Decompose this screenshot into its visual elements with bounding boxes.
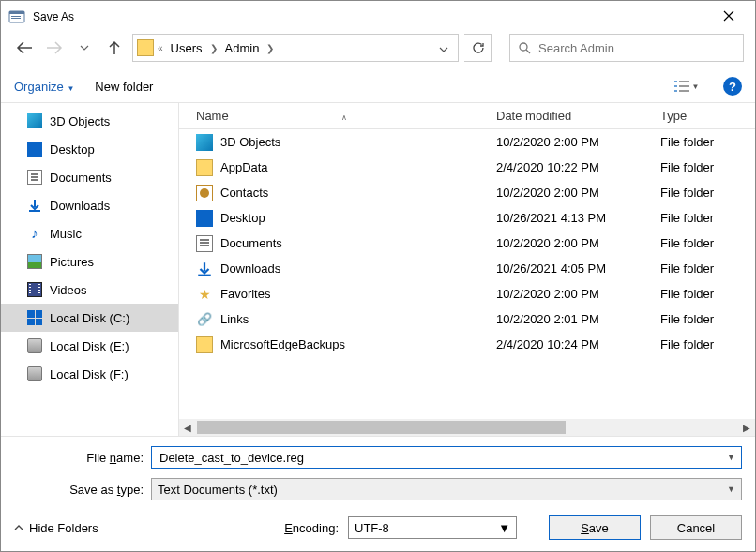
music-icon: ♪: [27, 226, 42, 241]
filename-field[interactable]: ▼: [151, 446, 742, 469]
refresh-button[interactable]: [464, 34, 492, 62]
chevron-down-icon[interactable]: ▼: [727, 485, 735, 494]
row-date: 2/4/2020 10:22 PM: [496, 160, 660, 174]
chevron-down-icon: [439, 47, 448, 52]
hide-folders-button[interactable]: Hide Folders: [14, 521, 98, 535]
row-date: 2/4/2020 10:24 PM: [496, 337, 660, 351]
scroll-thumb[interactable]: [197, 421, 566, 434]
svg-rect-2: [11, 16, 21, 17]
forward-button[interactable]: [42, 36, 67, 60]
row-name: Desktop: [220, 211, 496, 225]
chevron-up-icon: [14, 525, 23, 530]
rows[interactable]: 3D Objects10/2/2020 2:00 PMFile folderAp…: [179, 129, 755, 419]
breadcrumb[interactable]: Users: [167, 39, 206, 57]
list-row[interactable]: Desktop10/26/2021 4:13 PMFile folder: [179, 205, 755, 231]
encoding-label: Encoding:: [284, 521, 339, 535]
row-date: 10/26/2021 4:13 PM: [496, 211, 660, 225]
row-name: AppData: [220, 160, 496, 174]
chevron-down-icon: [80, 45, 89, 51]
list-row[interactable]: Downloads10/26/2021 4:05 PMFile folder: [179, 256, 755, 281]
tree-item[interactable]: Desktop: [1, 135, 178, 163]
view-options-button[interactable]: ▼: [671, 76, 703, 97]
body: 3D ObjectsDesktopDocumentsDownloads♪Musi…: [1, 102, 755, 437]
disk-icon: [27, 338, 42, 353]
cancel-button[interactable]: Cancel: [650, 515, 742, 540]
address-bar[interactable]: « Users ❯ Admin ❯: [132, 34, 459, 62]
tree-item-label: Pictures: [50, 255, 94, 269]
tree-item[interactable]: Documents: [1, 163, 178, 191]
svg-rect-6: [679, 81, 689, 82]
folder-icon: [196, 159, 213, 176]
savetype-field[interactable]: Text Documents (*.txt) ▼: [151, 478, 742, 500]
svg-rect-9: [674, 90, 677, 92]
row-date: 10/2/2020 2:00 PM: [496, 135, 660, 149]
chevron-down-icon[interactable]: ▼: [727, 453, 735, 462]
list-row[interactable]: 🔗Links10/2/2020 2:01 PMFile folder: [179, 306, 755, 332]
encoding-select[interactable]: UTF-8 ▼: [348, 516, 517, 539]
col-date[interactable]: Date modified: [496, 109, 660, 123]
list-row[interactable]: ★Favorites10/2/2020 2:00 PMFile folder: [179, 281, 755, 306]
search-icon: [518, 41, 531, 54]
titlebar: Save As: [1, 1, 755, 33]
chevron-down-icon[interactable]: ▼: [498, 521, 510, 535]
breadcrumb[interactable]: Admin: [221, 39, 264, 57]
svg-rect-11: [29, 210, 40, 212]
tree-item[interactable]: 3D Objects: [1, 107, 178, 135]
tree-item[interactable]: Downloads: [1, 191, 178, 219]
horizontal-scrollbar[interactable]: ◀ ▶: [179, 419, 755, 436]
row-type: File folder: [660, 211, 714, 225]
scroll-track[interactable]: [196, 420, 738, 435]
save-button[interactable]: Save: [549, 515, 641, 540]
scroll-right-icon[interactable]: ▶: [738, 423, 755, 433]
list-row[interactable]: Contacts10/2/2020 2:00 PMFile folder: [179, 180, 755, 205]
back-button[interactable]: [12, 36, 37, 60]
row-name: Contacts: [220, 186, 496, 200]
row-type: File folder: [660, 337, 714, 351]
pic-icon: [27, 254, 42, 269]
row-date: 10/2/2020 2:00 PM: [496, 287, 660, 301]
search-input[interactable]: [537, 40, 735, 56]
forward-arrow-icon: [46, 41, 63, 54]
tree-item[interactable]: Pictures: [1, 247, 178, 276]
col-name[interactable]: Name: [196, 109, 229, 123]
filename-label: File name:: [14, 451, 151, 465]
tree-item[interactable]: Videos: [1, 276, 178, 304]
list-row[interactable]: AppData2/4/2020 10:22 PMFile folder: [179, 155, 755, 180]
tree-item-label: 3D Objects: [50, 114, 110, 128]
up-button[interactable]: [102, 36, 127, 60]
close-button[interactable]: [710, 8, 748, 25]
svg-rect-8: [679, 85, 689, 87]
row-date: 10/2/2020 2:01 PM: [496, 312, 660, 326]
encoding-value: UTF-8: [355, 521, 389, 535]
tree-item-label: Documents: [50, 171, 112, 185]
tree-item[interactable]: Local Disk (F:): [1, 360, 178, 388]
row-type: File folder: [660, 261, 714, 276]
row-type: File folder: [660, 312, 714, 326]
recent-dropdown[interactable]: [72, 36, 97, 60]
nav-row: « Users ❯ Admin ❯: [1, 33, 755, 70]
scroll-left-icon[interactable]: ◀: [179, 423, 196, 433]
tree-item[interactable]: Local Disk (E:): [1, 332, 178, 360]
desktop-icon: [196, 210, 213, 227]
column-headers[interactable]: Name∧ Date modified Type: [179, 103, 755, 129]
tree-item[interactable]: Local Disk (C:): [1, 304, 178, 332]
up-arrow-icon: [108, 40, 121, 55]
address-dropdown[interactable]: [433, 41, 454, 55]
nav-tree[interactable]: 3D ObjectsDesktopDocumentsDownloads♪Musi…: [1, 103, 179, 436]
list-row[interactable]: 3D Objects10/2/2020 2:00 PMFile folder: [179, 129, 755, 155]
filename-input[interactable]: [158, 450, 727, 466]
tree-item-label: Videos: [50, 283, 87, 297]
help-button[interactable]: ?: [723, 77, 742, 96]
save-as-dialog: Save As « Users ❯ Admin ❯: [0, 0, 756, 552]
tree-item-label: Local Disk (F:): [50, 367, 129, 381]
organize-menu[interactable]: Organize ▼: [14, 80, 74, 94]
footer: Hide Folders Encoding: UTF-8 ▼ Save Canc…: [1, 504, 755, 551]
svg-rect-5: [674, 81, 677, 82]
chevron-right-icon: ❯: [208, 43, 219, 53]
list-row[interactable]: Documents10/2/2020 2:00 PMFile folder: [179, 231, 755, 256]
new-folder-button[interactable]: New folder: [95, 80, 153, 94]
col-type[interactable]: Type: [660, 109, 755, 123]
tree-item[interactable]: ♪Music: [1, 219, 178, 247]
search-box[interactable]: [509, 34, 744, 62]
list-row[interactable]: MicrosoftEdgeBackups2/4/2020 10:24 PMFil…: [179, 332, 755, 357]
